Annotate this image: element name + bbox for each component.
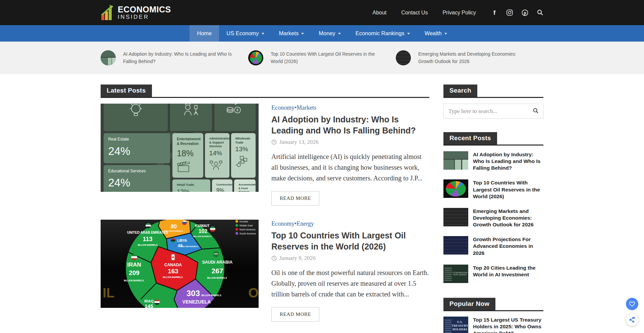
read-more-button[interactable]: READ MORE <box>271 191 319 206</box>
section-title: Search <box>443 85 477 97</box>
svg-text:South America: South America <box>239 232 256 235</box>
recent-post-5[interactable]: CITIES/REGIONS WITH LEADING Top 20 Citie… <box>443 265 543 283</box>
treemap-cell-real-estate: Real Estate 24% <box>104 133 170 163</box>
chevron-down-icon <box>338 33 341 35</box>
svg-text:Middle East: Middle East <box>239 224 253 227</box>
nav-item-economic-rankings[interactable]: Economic Rankings <box>348 25 417 42</box>
main-nav: Home US Economy Markets Money Economic R… <box>0 25 644 42</box>
top-bar: ECONOMICS INSIDER About Contact Us Priva… <box>0 0 644 25</box>
trending-title: Top 10 Countries With Largest Oil Reserv… <box>271 51 381 65</box>
top-link-about[interactable]: About <box>372 10 386 16</box>
nav-item-wealth[interactable]: Wealth <box>417 25 454 42</box>
logo-line2: INSIDER <box>118 14 171 20</box>
logo-chart-icon <box>101 5 115 21</box>
article-date-row: January 9, 2026 <box>271 255 429 262</box>
recent-post-1[interactable]: AI Adoption by Industry: Who Is Leading … <box>443 151 543 171</box>
treemap-cell-dark2 <box>170 104 212 131</box>
recent-thumb-oil <box>443 179 468 198</box>
popular-thumb-treasury: U.S. TREASURY HOLDERS <box>443 317 468 333</box>
top-link-contact[interactable]: Contact Us <box>401 10 428 16</box>
nav-label: US Economy <box>226 30 259 37</box>
nav-label: Money <box>319 30 335 37</box>
svg-text:KUWAIT: KUWAIT <box>195 224 210 228</box>
svg-text:IL: IL <box>103 285 115 300</box>
recent-thumb-dark-table <box>443 208 468 226</box>
svg-text:p: p <box>524 10 526 15</box>
bar-chart-decoration <box>444 266 452 281</box>
article-image-ai-treemap[interactable]: AI <box>101 104 259 192</box>
article-category[interactable]: Economy•Markets <box>271 104 316 111</box>
search-icon <box>533 108 539 114</box>
svg-text:BILLION BARRELS: BILLION BARRELS <box>124 279 144 282</box>
search-submit-button[interactable] <box>529 108 543 115</box>
svg-text:BILLION BARRELS: BILLION BARRELS <box>207 277 227 279</box>
site-logo[interactable]: ECONOMICS INSIDER <box>101 5 171 21</box>
trending-item-2[interactable]: Top 10 Countries With Largest Oil Reserv… <box>248 50 396 65</box>
treemap-cell-educational: Educational Services 24% <box>104 165 170 192</box>
svg-text:CANADA: CANADA <box>164 263 182 267</box>
svg-text:BILLION BARRELS: BILLION BARRELS <box>193 235 212 237</box>
svg-text:UNITED ARAB EMIRATES: UNITED ARAB EMIRATES <box>127 231 168 234</box>
treemap-cell-dark1 <box>104 104 168 131</box>
logo-line1: ECONOMICS <box>118 5 171 14</box>
sidebar: Search Recent Posts <box>443 85 543 333</box>
read-more-button[interactable]: READ MORE <box>271 307 319 322</box>
heart-icon <box>629 301 635 307</box>
search-input[interactable] <box>444 108 529 115</box>
article-category[interactable]: Economy•Energy <box>271 220 314 227</box>
recent-post-3[interactable]: Emerging Markets and Developing Economie… <box>443 208 543 228</box>
facebook-icon[interactable]: f <box>491 9 498 16</box>
article-date: January 13, 2026 <box>279 139 319 146</box>
instagram-icon[interactable] <box>506 9 513 16</box>
article-oil-reserves: IL O <box>101 220 429 322</box>
like-button[interactable] <box>626 298 638 310</box>
logo-text: ECONOMICS INSIDER <box>118 5 171 20</box>
article-body: Economy•Energy Top 10 Countries With Lar… <box>271 220 429 322</box>
recent-post-title: AI Adoption by Industry: Who Is Leading … <box>473 151 543 171</box>
article-title[interactable]: AI Adoption by Industry: Who Is Leading … <box>271 114 429 136</box>
section-header-search: Search <box>443 85 543 98</box>
trending-item-3[interactable]: Emerging Markets and Developing Economie… <box>396 50 543 65</box>
recent-post-4[interactable]: Growth Projections For Advanced Economie… <box>443 236 543 256</box>
svg-text:Eurasia: Eurasia <box>239 220 248 223</box>
trending-item-1[interactable]: AI Adoption by Industry: Who Is Leading … <box>101 50 248 65</box>
article-title[interactable]: Top 10 Countries With Largest Oil Reserv… <box>271 230 429 252</box>
svg-text:BILLION BARRELS: BILLION BARRELS <box>163 276 183 278</box>
nav-item-home[interactable]: Home <box>190 25 219 42</box>
article-date: January 9, 2026 <box>279 255 316 262</box>
recent-post-title: Growth Projections For Advanced Economie… <box>473 236 543 256</box>
search-icon[interactable] <box>537 9 543 16</box>
svg-text:145: 145 <box>145 303 153 308</box>
nav-label: Wealth <box>425 30 442 37</box>
trending-title: AI Adoption by Industry: Who Is Leading … <box>123 51 234 65</box>
recent-post-2[interactable]: Top 10 Countries With Largest Oil Reserv… <box>443 179 543 200</box>
nav-item-markets[interactable]: Markets <box>272 25 312 42</box>
recent-thumb-treemap <box>443 151 468 170</box>
trending-thumb-oil <box>248 50 263 65</box>
popular-post-1[interactable]: U.S. TREASURY HOLDERS Top 15 Largest US … <box>443 317 543 333</box>
article-date-row: January 13, 2026 <box>271 139 429 146</box>
page: ECONOMICS INSIDER About Contact Us Priva… <box>0 0 644 333</box>
nav-label: Home <box>197 30 212 37</box>
svg-text:209: 209 <box>129 269 140 276</box>
section-header-popular-now: Popular Now <box>443 298 543 311</box>
svg-text:IRAQ: IRAQ <box>144 299 154 303</box>
treemap-cell-retail: Retail Trade 13% <box>172 179 210 192</box>
svg-text:f: f <box>493 9 496 16</box>
nav-item-us-economy[interactable]: US Economy <box>219 25 271 42</box>
svg-text:267: 267 <box>211 267 223 275</box>
top-link-privacy[interactable]: Privacy Policy <box>442 10 476 16</box>
nav-item-money[interactable]: Money <box>311 25 348 42</box>
treemap-cell-accommodation: Accommodation & Food Services 8% <box>234 179 256 192</box>
share-button[interactable] <box>626 314 638 326</box>
pinterest-icon[interactable]: p <box>522 9 528 16</box>
clock-icon <box>271 256 277 261</box>
sidebar-search-form <box>443 104 543 119</box>
article-excerpt: Oil is one of the most powerful natural … <box>271 267 429 299</box>
recent-post-title: Top 10 Countries With Largest Oil Reserv… <box>473 179 543 200</box>
bar-chart-decoration <box>445 318 452 333</box>
social-links: f p <box>491 9 543 16</box>
article-image-oil-chart[interactable]: IL O <box>101 220 259 308</box>
treemap-cell-entertainment: Entertainment & Recreation 18% <box>172 133 203 178</box>
svg-text:BILLION BARRELS: BILLION BARRELS <box>201 294 221 296</box>
